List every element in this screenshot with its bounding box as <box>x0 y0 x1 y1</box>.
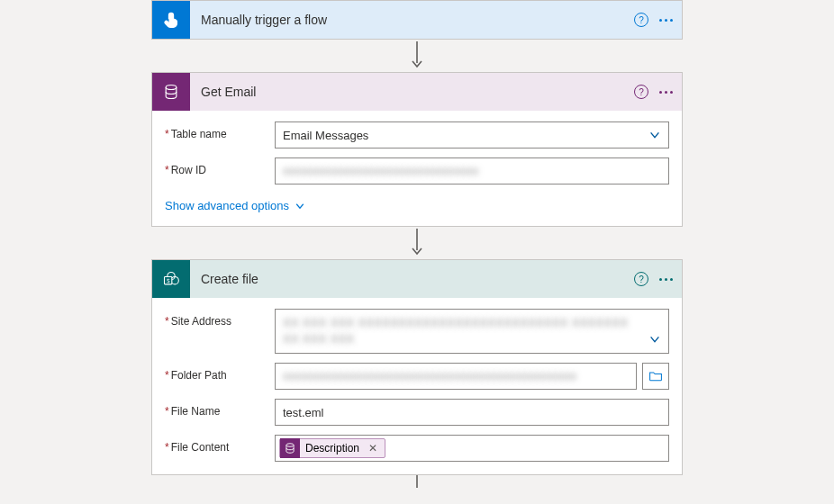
connector-arrow-2 <box>410 227 424 259</box>
get-email-card: Get Email ? *Table name Email Messages *… <box>151 72 683 227</box>
get-email-header[interactable]: Get Email ? <box>152 73 682 111</box>
create-file-card: Create file ? *Site Address XX XXX XXX X… <box>151 259 683 475</box>
field-file-content: *File Content Description ✕ <box>165 435 669 462</box>
create-file-header[interactable]: Create file ? <box>152 260 682 298</box>
field-folder-path: *Folder Path xxxxxxxxxxxxxxxxxxxxxxxxxxx… <box>165 363 669 390</box>
site-address-select[interactable]: XX XXX XXX XXXXXXXXXXXXXXXXXXXXXXXXXX XX… <box>275 309 669 354</box>
show-advanced-options-link[interactable]: Show advanced options <box>165 199 305 212</box>
more-menu[interactable] <box>659 278 673 281</box>
more-menu[interactable] <box>659 91 673 94</box>
help-icon[interactable]: ? <box>634 85 648 99</box>
file-name-input[interactable]: test.eml <box>275 399 669 426</box>
chip-label: Description <box>305 442 359 454</box>
get-email-title: Get Email <box>190 85 634 99</box>
chip-remove-icon[interactable]: ✕ <box>365 442 381 454</box>
trigger-card: Manually trigger a flow ? <box>151 0 683 40</box>
svg-point-1 <box>166 86 177 90</box>
trigger-header[interactable]: Manually trigger a flow ? <box>152 1 682 39</box>
dataverse-icon <box>152 73 190 111</box>
chevron-down-icon <box>648 129 661 141</box>
file-name-label: *File Name <box>165 399 275 418</box>
site-address-label: *Site Address <box>165 309 275 328</box>
table-name-label: *Table name <box>165 122 275 140</box>
folder-path-input[interactable]: xxxxxxxxxxxxxxxxxxxxxxxxxxxxxxxxxxxxxxxx… <box>275 363 637 390</box>
help-icon[interactable]: ? <box>634 272 648 286</box>
field-row-id: *Row ID xxxxxxxxxxxxxxxxxxxxxxxxxxxxxxxx <box>165 158 669 184</box>
file-content-input[interactable]: Description ✕ <box>275 435 669 462</box>
folder-path-label: *Folder Path <box>165 363 275 382</box>
svg-point-6 <box>286 444 294 447</box>
dataverse-chip-icon <box>280 438 300 458</box>
field-file-name: *File Name test.eml <box>165 399 669 426</box>
file-content-label: *File Content <box>165 435 275 454</box>
more-menu[interactable] <box>659 19 673 22</box>
field-table-name: *Table name Email Messages <box>165 122 669 148</box>
help-icon[interactable]: ? <box>634 13 648 27</box>
connector-arrow-1 <box>410 40 424 72</box>
chevron-down-icon <box>648 333 661 346</box>
touch-icon <box>152 1 190 39</box>
chevron-down-icon <box>295 201 305 212</box>
create-file-title: Create file <box>190 272 634 286</box>
dynamic-content-chip[interactable]: Description ✕ <box>279 438 385 458</box>
field-site-address: *Site Address XX XXX XXX XXXXXXXXXXXXXXX… <box>165 309 669 354</box>
folder-icon <box>648 369 663 383</box>
folder-picker-button[interactable] <box>642 363 669 390</box>
table-name-select[interactable]: Email Messages <box>275 122 669 148</box>
sharepoint-icon <box>152 260 190 298</box>
trigger-title: Manually trigger a flow <box>190 13 634 27</box>
row-id-input[interactable]: xxxxxxxxxxxxxxxxxxxxxxxxxxxxxxxx <box>275 158 669 184</box>
row-id-label: *Row ID <box>165 158 275 176</box>
connector-arrow-3 <box>410 475 424 488</box>
